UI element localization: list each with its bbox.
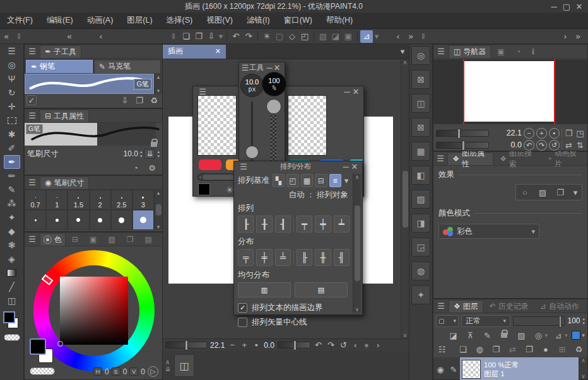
new-vector-layer-button[interactable]: ◍: [473, 343, 485, 355]
align-vcenter-button[interactable]: ┿: [315, 216, 331, 233]
brush-item-gpen[interactable]: G笔: [25, 74, 154, 94]
nav-rotate-left-button[interactable]: ↶: [524, 140, 534, 151]
effect-layercolor-button[interactable]: ❐: [554, 186, 567, 199]
select-source-button[interactable]: ◎▾: [532, 329, 548, 342]
ruler-range-button[interactable]: ⊿▾: [552, 329, 568, 342]
quick-access-button-3[interactable]: ◫: [411, 94, 430, 113]
duplicate-layer-button[interactable]: ❐: [523, 343, 535, 355]
navigator-zoom-slider[interactable]: [436, 130, 489, 137]
distribute-bottom-button[interactable]: ╧: [275, 249, 291, 266]
pencil-tool[interactable]: ✏: [4, 169, 20, 183]
size-preset-1[interactable]: 1: [46, 190, 68, 210]
quick-access-button-4[interactable]: ⊠: [411, 118, 430, 137]
crop-button[interactable]: ◰: [298, 30, 311, 43]
subtool-scrollbar[interactable]: ▴ ▾: [154, 74, 162, 94]
color-wheel-tab[interactable]: 色: [40, 233, 66, 246]
size-preset-3[interactable]: 3: [132, 190, 154, 210]
marquee-tool[interactable]: [4, 113, 20, 127]
color-set-tab[interactable]: ▣: [85, 233, 102, 246]
alignwin-close-icon[interactable]: ✕: [350, 161, 359, 173]
status-next-icon[interactable]: ›: [374, 339, 382, 352]
lock-alpha-button[interactable]: ▨: [515, 329, 527, 342]
color-mixer-tab[interactable]: ▨: [103, 233, 120, 246]
gradient-tool[interactable]: [4, 266, 20, 280]
save-button[interactable]: ⇩: [205, 30, 218, 43]
brush-size-value[interactable]: 10.0: [124, 149, 138, 158]
opacity-badge[interactable]: 100 %: [262, 72, 286, 96]
value-stepper[interactable]: ▴▾: [157, 149, 160, 158]
new-file-button[interactable]: ❏: [180, 30, 192, 43]
color-menu-icon[interactable]: ☰: [26, 233, 38, 246]
layer-opacity-value[interactable]: 100: [567, 316, 580, 325]
layer-visibility-icon[interactable]: ◉: [433, 363, 447, 376]
undo-button[interactable]: ↶: [230, 30, 242, 43]
align-scroll-down-icon[interactable]: ∨: [355, 306, 360, 313]
brushsize-tab[interactable]: ◉ 笔刷尺寸: [40, 176, 89, 189]
prev-icon[interactable]: ‹: [95, 30, 107, 43]
distribute-top-button[interactable]: ╤: [238, 249, 254, 266]
menu-edit[interactable]: 编辑(E): [40, 13, 80, 29]
swatchwin-close-icon[interactable]: ✕: [351, 86, 360, 98]
tab-list-icon[interactable]: ▾: [396, 45, 409, 58]
snap-dropdown-icon[interactable]: ▾: [373, 30, 380, 43]
menu-filter[interactable]: 滤镜(I): [240, 13, 277, 29]
sliderwin-menu-icon[interactable]: ☰: [241, 62, 249, 74]
navigator-tab[interactable]: ◫ 导航器: [449, 45, 491, 58]
blend-mode-dropdown[interactable]: 正常 ▾: [461, 315, 510, 327]
effect-border-button[interactable]: ○: [519, 186, 531, 199]
color-mode-dropdown[interactable]: 彩色 ▾: [438, 224, 539, 239]
nav-flip-v-icon[interactable]: ⇅: [575, 139, 585, 151]
brushsize-scrollbar[interactable]: ▴ ▾: [154, 190, 162, 230]
toolbar-right-icon[interactable]: ›: [559, 30, 572, 43]
status-fit-icon[interactable]: ▪: [252, 339, 261, 352]
size-preset-8[interactable]: [90, 210, 111, 230]
status-reset-rotation-icon[interactable]: ↺: [339, 339, 348, 352]
transfer-layer-button[interactable]: ⇄: [507, 343, 519, 355]
advanced-settings-button[interactable]: ⚙: [146, 161, 158, 174]
swatch-red[interactable]: [199, 159, 221, 170]
sv-marker[interactable]: [57, 341, 63, 347]
history-tab[interactable]: ↶历史记录: [485, 300, 534, 313]
new-folder-button[interactable]: ❐: [490, 343, 502, 355]
size-preset-2.5[interactable]: 2.5: [111, 190, 132, 210]
subtool-check-button[interactable]: ✓: [26, 95, 37, 105]
effect-dropdown-icon[interactable]: ▾: [572, 186, 579, 199]
layers-scrollbar[interactable]: ∧ ∨: [579, 357, 587, 379]
align-text-bounds-checkbox[interactable]: ✓: [238, 303, 247, 313]
bs-scroll-down-icon[interactable]: ▾: [157, 224, 160, 230]
nav-rotate-right-button[interactable]: ↷: [536, 140, 547, 151]
distribute-right-button[interactable]: ╢: [334, 249, 350, 266]
quick-access-button-11[interactable]: ✦: [411, 285, 430, 304]
nav-fit-button[interactable]: ▪: [549, 128, 560, 139]
basis-canvas-button[interactable]: ◰: [286, 174, 298, 187]
status-rotate-left-icon[interactable]: ↶: [314, 339, 323, 352]
info-tab[interactable]: ℹ: [527, 45, 540, 58]
layer-opacity-slider[interactable]: [513, 316, 565, 326]
subtool-menu-icon[interactable]: ☰: [26, 45, 38, 58]
nav-reset-rotation-button[interactable]: ↺: [549, 140, 560, 151]
document-tab[interactable]: 插画 ✕: [163, 45, 226, 59]
import-subtool-button[interactable]: ⇩: [119, 94, 131, 107]
expand-value-button[interactable]: ⇊: [144, 149, 155, 159]
layers-menu-icon[interactable]: ☰: [435, 300, 447, 313]
size-preset-5[interactable]: [46, 210, 68, 230]
swatch-current-color[interactable]: [198, 183, 210, 195]
delete-layer-button[interactable]: ♻: [573, 343, 585, 355]
swatch-preview-right[interactable]: [288, 95, 327, 156]
invert-selection-button[interactable]: ◇: [286, 30, 298, 43]
reselect-button[interactable]: ▢: [273, 30, 286, 43]
size-preset-6[interactable]: [68, 210, 89, 230]
nav-zoom-out-button[interactable]: −: [524, 128, 534, 139]
status-prev-icon[interactable]: ‹: [351, 339, 359, 352]
hand-tool[interactable]: Ψ: [4, 72, 20, 86]
quick-access-button-2[interactable]: ⊠: [411, 70, 430, 89]
opacity-slider-handle[interactable]: [266, 99, 281, 114]
airbrush-tool[interactable]: ⁂: [4, 197, 20, 210]
toolbar-expand-icon[interactable]: »: [572, 30, 584, 43]
fill-tool[interactable]: ◈: [4, 252, 20, 266]
nav-zoom-in-button[interactable]: +: [536, 128, 547, 139]
foreground-color-swatch[interactable]: [3, 311, 15, 323]
swatchwin-minimize-icon[interactable]: ─: [343, 86, 351, 98]
brush-tool[interactable]: ✎: [4, 183, 20, 197]
move-tool[interactable]: ✛: [4, 100, 20, 113]
